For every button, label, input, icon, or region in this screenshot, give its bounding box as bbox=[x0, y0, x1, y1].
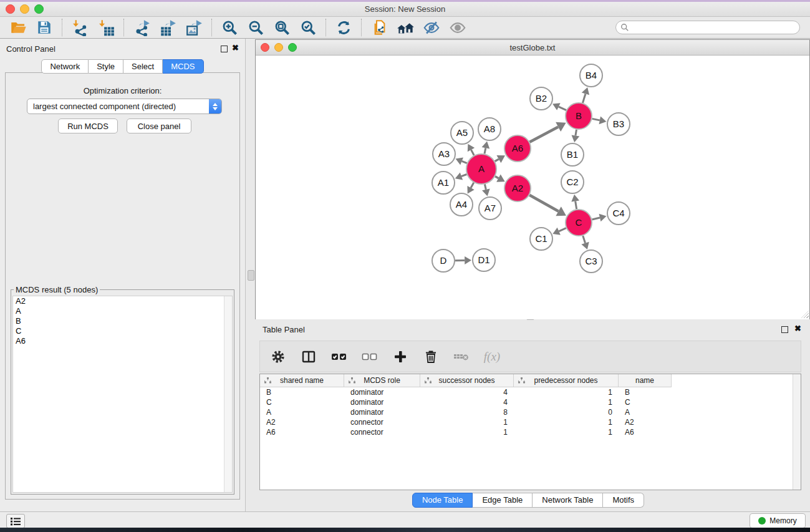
graph-node-A1[interactable]: A1 bbox=[432, 172, 455, 194]
run-mcds-button[interactable]: Run MCDS bbox=[58, 118, 118, 133]
graph-node-D[interactable]: D bbox=[432, 249, 455, 272]
table-row[interactable]: Bdominator41B bbox=[260, 387, 801, 397]
zoom-fit-icon[interactable] bbox=[269, 18, 295, 37]
graph-node-C2[interactable]: C2 bbox=[561, 171, 584, 193]
tab-motifs[interactable]: Motifs bbox=[603, 493, 644, 508]
table-row[interactable]: Adominator80A bbox=[260, 407, 801, 417]
graph-node-D1[interactable]: D1 bbox=[473, 249, 495, 271]
graph-node-C4[interactable]: C4 bbox=[607, 202, 630, 225]
tab-mcds[interactable]: MCDS bbox=[163, 59, 203, 74]
svg-text:A2: A2 bbox=[512, 183, 523, 193]
graph-node-A3[interactable]: A3 bbox=[433, 143, 455, 165]
graph-node-B3[interactable]: B3 bbox=[607, 113, 630, 135]
table-scrollbar[interactable] bbox=[793, 374, 801, 490]
table-panel-tabs: Node TableEdge TableNetwork TableMotifs bbox=[246, 493, 810, 508]
import-network-icon[interactable] bbox=[67, 18, 93, 37]
toolbar-separator bbox=[211, 19, 212, 36]
task-history-button[interactable] bbox=[6, 514, 25, 528]
close-panel-button[interactable]: Close panel bbox=[127, 118, 191, 133]
zoom-in-icon[interactable] bbox=[216, 18, 243, 37]
open-file-icon[interactable] bbox=[5, 18, 31, 37]
float-panel-icon[interactable] bbox=[221, 46, 228, 52]
desktop-wallpaper-strip bbox=[0, 528, 810, 532]
column-header-predecessor-nodes[interactable]: predecessor nodes bbox=[514, 374, 619, 387]
column-header-name[interactable]: name bbox=[619, 374, 672, 387]
delete-table-icon[interactable] bbox=[453, 349, 470, 365]
graph-node-A4[interactable]: A4 bbox=[450, 193, 473, 216]
graph-node-A2[interactable]: A2 bbox=[504, 175, 531, 201]
deselect-all-icon[interactable] bbox=[362, 349, 378, 365]
mcds-result-item[interactable]: A2 bbox=[13, 296, 232, 306]
zoom-selected-icon[interactable] bbox=[295, 18, 321, 37]
criterion-dropdown[interactable]: largest connected component (directed) bbox=[27, 99, 222, 114]
select-all-icon[interactable] bbox=[331, 349, 347, 365]
float-panel-icon[interactable] bbox=[781, 326, 788, 333]
mcds-result-item[interactable]: A6 bbox=[13, 336, 232, 346]
table-settings-icon[interactable] bbox=[270, 349, 286, 365]
graph-node-C[interactable]: C bbox=[566, 210, 592, 236]
network-graph[interactable]: B4B2BB3A5A8A6B1A3AC2A1A2A4A7C4CC1C3DD1 bbox=[256, 56, 809, 319]
mcds-result-item[interactable]: B bbox=[13, 316, 232, 326]
list-scrollbar[interactable] bbox=[224, 296, 232, 492]
graph-node-B1[interactable]: B1 bbox=[561, 143, 584, 166]
save-session-icon[interactable] bbox=[31, 18, 57, 37]
table-panel: Table Panel ✖ bbox=[246, 320, 810, 511]
import-table-icon[interactable] bbox=[93, 18, 119, 37]
clone-network-icon[interactable] bbox=[366, 18, 392, 37]
add-column-icon[interactable] bbox=[392, 349, 408, 365]
toggle-panel-icon[interactable] bbox=[301, 349, 317, 365]
search-input[interactable] bbox=[629, 22, 799, 32]
graph-node-B2[interactable]: B2 bbox=[530, 87, 552, 110]
node-table[interactable]: shared nameMCDS rolesuccessor nodesprede… bbox=[259, 374, 801, 490]
svg-text:C1: C1 bbox=[535, 233, 547, 244]
memory-button[interactable]: Memory bbox=[750, 513, 806, 528]
svg-text:A7: A7 bbox=[485, 203, 496, 213]
graph-node-C1[interactable]: C1 bbox=[530, 228, 552, 250]
hide-graphics-details-icon[interactable] bbox=[418, 18, 445, 37]
column-header-successor-nodes[interactable]: successor nodes bbox=[420, 374, 514, 387]
table-row[interactable]: A2connector11A2 bbox=[260, 417, 801, 427]
first-neighbors-icon[interactable] bbox=[392, 18, 418, 37]
svg-text:A6: A6 bbox=[512, 143, 523, 153]
tab-select[interactable]: Select bbox=[123, 59, 163, 74]
export-image-icon[interactable] bbox=[181, 18, 207, 37]
table-cell: 4 bbox=[420, 388, 514, 397]
zoom-out-icon[interactable] bbox=[243, 18, 269, 37]
search-field[interactable] bbox=[615, 21, 800, 34]
tab-network-table[interactable]: Network Table bbox=[533, 493, 603, 508]
mcds-result-item[interactable]: A bbox=[13, 306, 232, 316]
table-cell: 1 bbox=[514, 418, 619, 427]
function-builder-icon[interactable]: f(x) bbox=[484, 349, 500, 365]
table-cell: C bbox=[619, 398, 672, 407]
tab-node-table[interactable]: Node Table bbox=[412, 493, 473, 508]
table-cell: 8 bbox=[420, 408, 514, 417]
table-row[interactable]: Cdominator41C bbox=[260, 397, 801, 407]
close-panel-icon[interactable]: ✖ bbox=[794, 324, 801, 332]
export-network-icon[interactable] bbox=[128, 18, 155, 37]
table-toolbar: f(x) bbox=[259, 341, 801, 372]
graph-node-A5[interactable]: A5 bbox=[451, 122, 473, 144]
graph-node-A6[interactable]: A6 bbox=[504, 135, 531, 162]
export-table-icon[interactable] bbox=[155, 18, 181, 37]
close-panel-icon[interactable]: ✖ bbox=[232, 44, 239, 52]
tab-network[interactable]: Network bbox=[41, 59, 89, 74]
tab-edge-table[interactable]: Edge Table bbox=[473, 493, 533, 508]
graph-node-A[interactable]: A bbox=[466, 154, 496, 184]
refresh-layout-icon[interactable] bbox=[330, 18, 357, 37]
tab-style[interactable]: Style bbox=[89, 59, 123, 74]
network-canvas[interactable]: B4B2BB3A5A8A6B1A3AC2A1A2A4A7C4CC1C3DD1 bbox=[256, 56, 809, 319]
column-header-shared-name[interactable]: shared name bbox=[260, 374, 344, 387]
graph-node-C3[interactable]: C3 bbox=[580, 250, 602, 273]
status-bar: Memory bbox=[0, 511, 810, 528]
show-graphics-details-icon[interactable] bbox=[445, 18, 471, 37]
column-header-MCDS-role[interactable]: MCDS role bbox=[344, 374, 420, 387]
mcds-result-list[interactable]: A2ABCA6 bbox=[12, 296, 233, 493]
mcds-result-item[interactable]: C bbox=[13, 326, 232, 336]
graph-node-B4[interactable]: B4 bbox=[580, 64, 602, 87]
graph-node-A8[interactable]: A8 bbox=[478, 118, 501, 140]
delete-column-icon[interactable] bbox=[423, 349, 439, 365]
graph-node-B[interactable]: B bbox=[566, 103, 592, 129]
table-row[interactable]: A6connector11A6 bbox=[260, 427, 801, 437]
graph-node-A7[interactable]: A7 bbox=[479, 197, 501, 220]
panel-divider-handle[interactable] bbox=[248, 270, 254, 281]
